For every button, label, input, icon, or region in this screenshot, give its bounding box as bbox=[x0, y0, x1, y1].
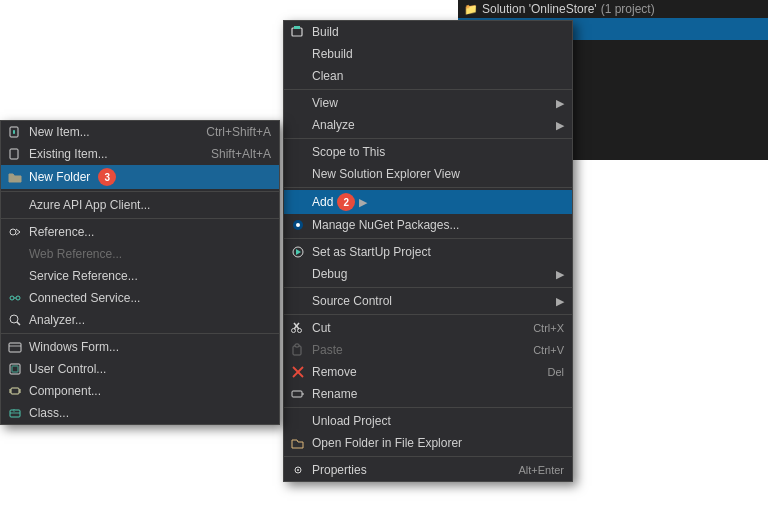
existing-item-shortcut: Shift+Alt+A bbox=[211, 147, 271, 161]
menu-paste[interactable]: Paste Ctrl+V bbox=[284, 339, 572, 361]
azure-label: Azure API App Client... bbox=[29, 198, 150, 212]
submenu-web-reference[interactable]: Web Reference... bbox=[1, 243, 279, 265]
solution-title-row: 📁 Solution 'OnlineStore' (1 project) bbox=[458, 0, 768, 18]
menu-add[interactable]: Add 2 ▶ bbox=[284, 190, 572, 214]
sub-separator-2 bbox=[1, 218, 279, 219]
submenu-new-item[interactable]: New Item... Ctrl+Shift+A bbox=[1, 121, 279, 143]
svg-rect-29 bbox=[10, 364, 20, 374]
new-folder-label: New Folder bbox=[29, 170, 90, 184]
usercontrol-icon bbox=[5, 362, 25, 376]
cut-icon bbox=[288, 321, 308, 335]
analyze-label: Analyze bbox=[312, 118, 355, 132]
submenu-existing-item[interactable]: Existing Item... Shift+Alt+A bbox=[1, 143, 279, 165]
separator-4 bbox=[284, 238, 572, 239]
new-folder-icon bbox=[5, 170, 25, 184]
submenu-new-folder[interactable]: New Folder 3 bbox=[1, 165, 279, 189]
component-icon bbox=[5, 384, 25, 398]
submenu-analyzer[interactable]: Analyzer... bbox=[1, 309, 279, 331]
properties-icon bbox=[288, 463, 308, 477]
menu-startup[interactable]: Set as StartUp Project bbox=[284, 241, 572, 263]
new-item-label: New Item... bbox=[29, 125, 90, 139]
nuget-label: Manage NuGet Packages... bbox=[312, 218, 459, 232]
component-label: Component... bbox=[29, 384, 101, 398]
svg-rect-27 bbox=[9, 343, 21, 352]
connected-service-icon bbox=[5, 291, 25, 305]
svg-point-25 bbox=[10, 315, 18, 323]
menu-build[interactable]: Build bbox=[284, 21, 572, 43]
nuget-icon bbox=[288, 218, 308, 232]
submenu-azure[interactable]: Azure API App Client... bbox=[1, 194, 279, 216]
menu-new-solution-explorer[interactable]: New Solution Explorer View bbox=[284, 163, 572, 185]
startup-label: Set as StartUp Project bbox=[312, 245, 431, 259]
web-reference-label: Web Reference... bbox=[29, 247, 122, 261]
menu-debug[interactable]: Debug ▶ bbox=[284, 263, 572, 285]
svg-rect-18 bbox=[10, 149, 18, 159]
svg-point-2 bbox=[296, 223, 300, 227]
svg-rect-8 bbox=[295, 344, 299, 347]
svg-point-5 bbox=[292, 329, 296, 333]
solution-title: Solution 'OnlineStore' bbox=[482, 2, 597, 16]
class-label: Class... bbox=[29, 406, 69, 420]
separator-8 bbox=[284, 456, 572, 457]
solution-project-count: (1 project) bbox=[601, 2, 655, 16]
submenu-class[interactable]: C Class... bbox=[1, 402, 279, 424]
view-label: View bbox=[312, 96, 338, 110]
sub-separator-1 bbox=[1, 191, 279, 192]
badge-3: 3 bbox=[98, 168, 116, 186]
menu-analyze[interactable]: Analyze ▶ bbox=[284, 114, 572, 136]
sub-separator-3 bbox=[1, 333, 279, 334]
open-folder-label: Open Folder in File Explorer bbox=[312, 436, 462, 450]
menu-source-control[interactable]: Source Control ▶ bbox=[284, 290, 572, 312]
debug-arrow: ▶ bbox=[556, 268, 564, 281]
svg-marker-4 bbox=[296, 249, 301, 255]
menu-scope[interactable]: Scope to This bbox=[284, 141, 572, 163]
menu-nuget[interactable]: Manage NuGet Packages... bbox=[284, 214, 572, 236]
menu-clean[interactable]: Clean bbox=[284, 65, 572, 87]
class-icon: C bbox=[5, 406, 25, 420]
paste-label: Paste bbox=[312, 343, 343, 357]
connected-service-label: Connected Service... bbox=[29, 291, 140, 305]
submenu-windows-form[interactable]: Windows Form... bbox=[1, 336, 279, 358]
service-reference-label: Service Reference... bbox=[29, 269, 138, 283]
menu-unload[interactable]: Unload Project bbox=[284, 410, 572, 432]
submenu-service-reference[interactable]: Service Reference... bbox=[1, 265, 279, 287]
menu-rebuild[interactable]: Rebuild bbox=[284, 43, 572, 65]
svg-point-22 bbox=[10, 296, 14, 300]
separator-3 bbox=[284, 187, 572, 188]
submenu-connected-service[interactable]: Connected Service... bbox=[1, 287, 279, 309]
submenu-user-control[interactable]: User Control... bbox=[1, 358, 279, 380]
view-arrow: ▶ bbox=[556, 97, 564, 110]
new-solution-explorer-label: New Solution Explorer View bbox=[312, 167, 460, 181]
add-submenu: New Item... Ctrl+Shift+A Existing Item..… bbox=[0, 120, 280, 425]
winform-icon bbox=[5, 340, 25, 354]
menu-cut[interactable]: Cut Ctrl+X bbox=[284, 317, 572, 339]
menu-remove[interactable]: Remove Del bbox=[284, 361, 572, 383]
separator-5 bbox=[284, 287, 572, 288]
analyzer-icon bbox=[5, 313, 25, 327]
svg-rect-11 bbox=[292, 391, 302, 397]
svg-rect-31 bbox=[11, 388, 19, 394]
add-arrow: ▶ bbox=[359, 196, 367, 209]
separator-2 bbox=[284, 138, 572, 139]
main-context-menu: Build Rebuild Clean View ▶ Analyze ▶ Sco… bbox=[283, 20, 573, 482]
remove-label: Remove bbox=[312, 365, 357, 379]
svg-line-26 bbox=[17, 322, 20, 325]
submenu-component[interactable]: Component... bbox=[1, 380, 279, 402]
windows-form-label: Windows Form... bbox=[29, 340, 119, 354]
submenu-reference[interactable]: Reference... bbox=[1, 221, 279, 243]
svg-line-20 bbox=[16, 229, 20, 232]
debug-label: Debug bbox=[312, 267, 347, 281]
build-label: Build bbox=[312, 25, 339, 39]
solution-icon: 📁 bbox=[464, 3, 478, 16]
menu-properties[interactable]: Properties Alt+Enter bbox=[284, 459, 572, 481]
svg-point-19 bbox=[10, 229, 16, 235]
separator-6 bbox=[284, 314, 572, 315]
properties-label: Properties bbox=[312, 463, 367, 477]
user-control-label: User Control... bbox=[29, 362, 106, 376]
reference-icon bbox=[5, 225, 25, 239]
menu-rename[interactable]: Rename bbox=[284, 383, 572, 405]
menu-view[interactable]: View ▶ bbox=[284, 92, 572, 114]
badge-2: 2 bbox=[337, 193, 355, 211]
source-control-label: Source Control bbox=[312, 294, 392, 308]
menu-open-folder[interactable]: Open Folder in File Explorer bbox=[284, 432, 572, 454]
